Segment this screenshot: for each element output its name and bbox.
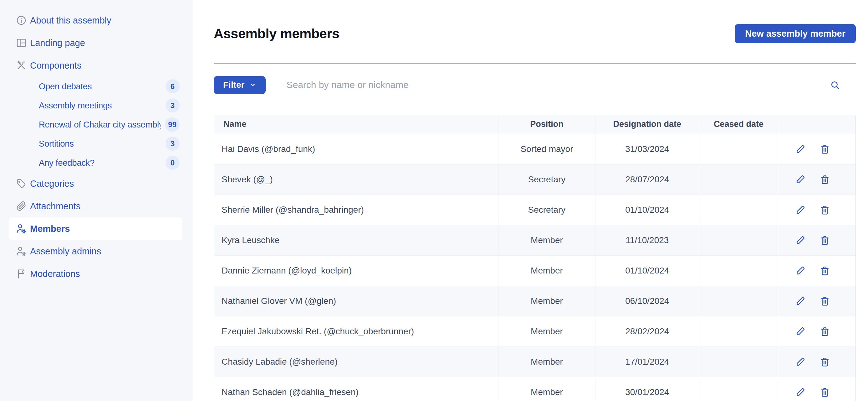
sidebar-item-any-feedback[interactable]: Any feedback? 0 (0, 153, 193, 172)
column-header-designation-date: Designation date (595, 115, 699, 134)
row-actions (778, 225, 856, 255)
tools-icon (16, 60, 27, 71)
search-icon (830, 80, 840, 90)
column-header-actions (778, 115, 856, 134)
edit-member-button[interactable] (795, 265, 806, 276)
delete-member-button[interactable] (819, 205, 830, 215)
delete-member-button[interactable] (819, 235, 830, 246)
count-badge: 0 (165, 156, 180, 170)
edit-member-button[interactable] (795, 144, 806, 154)
sidebar-item-label: Components (30, 60, 81, 71)
member-ceased-date (699, 286, 778, 316)
delete-member-button[interactable] (819, 265, 830, 276)
row-actions (778, 286, 856, 316)
edit-member-button[interactable] (795, 205, 806, 215)
sidebar-item-label: Categories (30, 178, 74, 189)
pencil-icon (795, 356, 806, 367)
member-position: Member (498, 255, 595, 286)
search-input[interactable] (286, 79, 830, 90)
sidebar-item-components[interactable]: Components (0, 54, 193, 77)
page-header: Assembly members New assembly member (214, 17, 856, 51)
row-actions (778, 134, 856, 164)
column-header-position: Position (498, 115, 595, 134)
row-actions (778, 195, 856, 225)
filter-search-toolbar: Filter (214, 76, 856, 94)
paperclip-icon (16, 200, 27, 212)
pencil-icon (795, 235, 806, 246)
sidebar-item-landing-page[interactable]: Landing page (0, 32, 193, 54)
filter-button[interactable]: Filter (214, 76, 266, 94)
header-divider (214, 63, 856, 64)
row-actions (778, 316, 856, 346)
edit-member-button[interactable] (795, 296, 806, 306)
table-row: Sherrie Miller (@shandra_bahringer) Secr… (214, 195, 856, 225)
edit-member-button[interactable] (795, 326, 806, 337)
edit-member-button[interactable] (795, 174, 806, 185)
table-row: Kyra Leuschke Member 11/10/2023 (214, 225, 856, 255)
table-row: Hai Davis (@brad_funk) Sorted mayor 31/0… (214, 134, 856, 164)
sidebar-item-moderations[interactable]: Moderations (0, 262, 193, 285)
table-row: Chasidy Labadie (@sherlene) Member 17/01… (214, 346, 856, 377)
new-assembly-member-button[interactable]: New assembly member (735, 24, 856, 43)
sidebar: About this assembly Landing page Compone… (0, 0, 193, 401)
member-gear-icon (16, 246, 27, 257)
member-ceased-date (699, 195, 778, 225)
sidebar-subitem-label: Renewal of Chakar city assembly (39, 120, 160, 130)
edit-member-button[interactable] (795, 356, 806, 367)
info-icon (16, 15, 27, 26)
sidebar-item-sortitions[interactable]: Sortitions 3 (0, 134, 193, 153)
count-badge: 3 (165, 98, 180, 112)
pencil-icon (795, 326, 806, 337)
member-designation-date: 30/01/2024 (595, 377, 699, 401)
trash-icon (819, 174, 830, 185)
sidebar-subitem-label: Open debates (39, 82, 92, 91)
sidebar-item-assembly-meetings[interactable]: Assembly meetings 3 (0, 96, 193, 115)
tag-icon (16, 178, 27, 189)
trash-icon (819, 265, 830, 276)
count-badge: 3 (165, 137, 180, 151)
delete-member-button[interactable] (819, 296, 830, 306)
sidebar-item-open-debates[interactable]: Open debates 6 (0, 77, 193, 96)
row-actions (778, 164, 856, 195)
sidebar-item-categories[interactable]: Categories (0, 172, 193, 195)
member-ceased-date (699, 377, 778, 401)
edit-member-button[interactable] (795, 235, 806, 246)
delete-member-button[interactable] (819, 144, 830, 154)
filter-button-label: Filter (223, 80, 244, 90)
sidebar-item-attachments[interactable]: Attachments (0, 195, 193, 218)
delete-member-button[interactable] (819, 174, 830, 185)
sidebar-item-label: About this assembly (30, 16, 112, 26)
trash-icon (819, 296, 830, 306)
row-actions (778, 377, 856, 401)
edit-member-button[interactable] (795, 387, 806, 398)
row-actions (778, 255, 856, 286)
sidebar-item-members[interactable]: Members (9, 218, 182, 240)
sidebar-item-label: Members (30, 224, 70, 234)
member-position: Member (498, 316, 595, 346)
pencil-icon (795, 174, 806, 185)
trash-icon (819, 387, 830, 398)
table-row: Dannie Ziemann (@loyd_koelpin) Member 01… (214, 255, 856, 286)
member-name: Sherrie Miller (@shandra_bahringer) (214, 195, 498, 225)
member-ceased-date (699, 164, 778, 195)
row-actions (778, 346, 856, 377)
trash-icon (819, 356, 830, 367)
sidebar-item-renewal-chakar[interactable]: Renewal of Chakar city assembly 99 (0, 115, 193, 134)
sidebar-item-assembly-admins[interactable]: Assembly admins (0, 240, 193, 262)
delete-member-button[interactable] (819, 326, 830, 337)
member-name: Nathaniel Glover VM (@glen) (214, 286, 498, 316)
delete-member-button[interactable] (819, 387, 830, 398)
delete-member-button[interactable] (819, 356, 830, 367)
sidebar-subitem-label: Assembly meetings (39, 101, 112, 111)
search-button[interactable] (830, 80, 840, 90)
member-position: Member (498, 346, 595, 377)
member-designation-date: 17/01/2024 (595, 346, 699, 377)
sidebar-item-about-assembly[interactable]: About this assembly (0, 9, 193, 32)
trash-icon (819, 235, 830, 246)
page-title: Assembly members (214, 26, 340, 41)
member-name: Kyra Leuschke (214, 225, 498, 255)
sidebar-subitem-label: Any feedback? (39, 158, 94, 168)
member-name: Nathan Schaden (@dahlia_friesen) (214, 377, 498, 401)
sidebar-item-label: Landing page (30, 38, 85, 48)
pencil-icon (795, 205, 806, 215)
